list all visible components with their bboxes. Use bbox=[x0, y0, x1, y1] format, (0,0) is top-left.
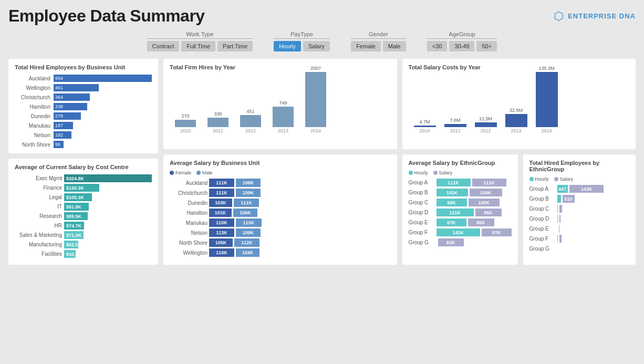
legend-salary: Salary bbox=[433, 170, 453, 175]
cost-row: IT $91.8K bbox=[15, 203, 152, 211]
page-title: Employee Data Summary bbox=[8, 6, 205, 26]
section-left: Total Hired Employees by Business Unit A… bbox=[8, 59, 158, 265]
hbar-track: 994 bbox=[54, 75, 152, 82]
avg-sal-bu-legend: Female Male bbox=[170, 170, 391, 175]
cost-label: Sales & Marketing bbox=[15, 232, 62, 238]
filter-agegroup-buttons: <30 30-49 50+ bbox=[427, 41, 497, 51]
cost-val: $74.7K bbox=[66, 223, 81, 228]
legend-salary2-label: Salary bbox=[560, 176, 574, 182]
cost-track: $130.3K bbox=[64, 184, 152, 192]
firm-hires-bar bbox=[175, 120, 196, 127]
hbar-label: Christchurch bbox=[15, 95, 50, 100]
card-hired-ethnic: Total Hired Employees by EthnicGroup Hou… bbox=[523, 154, 636, 265]
hired-bu-row: Auckland 994 bbox=[15, 75, 152, 82]
ethnic-sal-salary-bar: 100K bbox=[469, 199, 500, 206]
avg-sal-bu-male-bar: 108K bbox=[236, 179, 261, 187]
filter-btn-contract[interactable]: Contract bbox=[147, 41, 180, 51]
ethnic-sal-hourly-val: 99K bbox=[447, 200, 456, 205]
avg-sal-bu-label: Christchurch bbox=[170, 190, 207, 196]
filter-btn-under30[interactable]: <30 bbox=[427, 41, 448, 51]
avg-sal-bu-female-bar: 101K bbox=[209, 209, 232, 217]
cost-centre-chart: Exec Mgmt $324.8K Finance $130.3K Legal … bbox=[15, 174, 152, 258]
section-right-bot: Average Salary by EthnicGroup Hourly Sal… bbox=[402, 154, 636, 265]
hired-ethnic-row: Group A 447 1438 bbox=[529, 185, 630, 193]
hired-bu-title: Total Hired Employees by Business Unit bbox=[15, 64, 152, 70]
ethnic-sal-label: Group G bbox=[409, 240, 435, 245]
ethnic-sal-hourly-bar: 97K bbox=[437, 219, 466, 226]
hired-bu-chart: Auckland 994 Wellington 461 Christchurch… bbox=[15, 75, 152, 148]
ethnic-sal-salary-bar: 97K bbox=[482, 228, 512, 236]
hired-ethnic-row: Group B 510 bbox=[529, 195, 630, 203]
cost-val: $89.5K bbox=[66, 214, 81, 219]
filter-btn-fulltime[interactable]: Full Time bbox=[181, 41, 215, 51]
filter-btn-50plus[interactable]: 50+ bbox=[476, 41, 497, 51]
avg-sal-bu-title: Average Salary by Business Unit bbox=[170, 160, 391, 166]
hbar-fill: 182 bbox=[54, 131, 71, 139]
filter-btn-hourly[interactable]: Hourly bbox=[274, 41, 301, 51]
hbar-label: Dunedin bbox=[15, 113, 50, 119]
filter-btn-30-49[interactable]: 30-49 bbox=[449, 41, 474, 51]
filter-gender-buttons: Female Male bbox=[351, 41, 406, 51]
ethnic-hired-salary-bar bbox=[559, 225, 559, 233]
salary-costs-x-label: 2012 bbox=[480, 128, 491, 133]
hbar-track: 182 bbox=[54, 131, 152, 139]
hbar-val: 197 bbox=[55, 123, 63, 128]
hbar-label: Wellington bbox=[15, 85, 50, 91]
hired-bu-row: Manukau 197 bbox=[15, 122, 152, 129]
avg-sal-bu-male-bar: 115K bbox=[236, 219, 262, 227]
filter-worktype-buttons: Contract Full Time Part Time bbox=[147, 41, 253, 51]
hired-ethnic-row: Group C bbox=[529, 205, 630, 213]
salary-costs-bar bbox=[505, 114, 527, 127]
avg-sal-ethnic-row: Group A 111K 111K bbox=[409, 179, 512, 186]
hbar-label: Hamilton bbox=[15, 104, 50, 110]
legend-male: Male bbox=[196, 170, 213, 175]
salary-costs-x-label: 2010 bbox=[419, 128, 430, 133]
salary-costs-title: Total Salary Costs by Year bbox=[409, 64, 630, 70]
cost-track: $91.8K bbox=[64, 203, 152, 211]
cost-val: $91.8K bbox=[66, 204, 81, 210]
firm-hires-bar bbox=[207, 118, 228, 127]
avg-sal-bu-female-val: 113K bbox=[216, 230, 227, 235]
cost-fill: $74.7K bbox=[64, 222, 84, 230]
filter-btn-male[interactable]: Male bbox=[383, 41, 406, 51]
avg-sal-bu-female-val: 105K bbox=[215, 240, 227, 245]
hbar-fill: 278 bbox=[54, 112, 81, 120]
cost-centre-title: Average of Current Salary by Cost Centre bbox=[15, 164, 152, 170]
card-firm-hires: Total Firm Hires by Year 270 2010 335 20… bbox=[163, 59, 397, 149]
ethnic-hired-label: Group B bbox=[529, 196, 556, 202]
cost-fill: $324.8K bbox=[64, 174, 152, 182]
cost-label: IT bbox=[15, 204, 62, 210]
salary-costs-bar bbox=[414, 126, 436, 127]
cost-fill: $42.0K bbox=[64, 250, 76, 258]
firm-hires-top-label: 749 bbox=[279, 100, 287, 106]
avg-sal-bu-male-val: 112K bbox=[241, 240, 253, 245]
ethnic-sal-salary-bar: 86K bbox=[475, 209, 502, 216]
logo-plain: ENTERPRISE bbox=[568, 12, 619, 20]
ethnic-hired-salary-bar bbox=[559, 215, 560, 223]
avg-sal-bu-row: Auckland 111K 108K bbox=[170, 179, 391, 187]
firm-hires-col: 451 2012 bbox=[240, 109, 261, 133]
cost-label: Legal bbox=[15, 194, 62, 200]
salary-costs-bar bbox=[475, 122, 497, 127]
avg-sal-bu-row: Manukau 110K 115K bbox=[170, 219, 391, 227]
cost-val: $105.3K bbox=[66, 195, 84, 200]
salary-costs-top-label: 7.6M bbox=[450, 118, 460, 123]
filter-btn-female[interactable]: Female bbox=[351, 41, 381, 51]
ethnic-sal-salary-val: 97K bbox=[492, 230, 501, 235]
filter-btn-salary[interactable]: Salary bbox=[303, 41, 330, 51]
avg-sal-bu-female-val: 111K bbox=[216, 180, 227, 185]
avg-sal-ethnic-row: Group B 102K 106K bbox=[409, 189, 512, 196]
cost-label: Exec Mgmt bbox=[15, 175, 62, 181]
legend-female-label: Female bbox=[175, 170, 191, 175]
salary-costs-col: 7.6M 2011 bbox=[444, 118, 466, 133]
avg-sal-bu-label: Hamilton bbox=[170, 210, 207, 216]
cost-fill: $91.8K bbox=[64, 203, 89, 211]
avg-sal-bu-female-val: 111K bbox=[216, 190, 227, 195]
salary-costs-bar bbox=[444, 124, 466, 127]
filter-btn-parttime[interactable]: Part Time bbox=[217, 41, 253, 51]
avg-sal-bu-row: Nelson 113K 109K bbox=[170, 228, 391, 237]
hbar-val: 994 bbox=[55, 76, 63, 81]
ethnic-sal-salary-bar: 111K bbox=[472, 179, 506, 186]
avg-sal-ethnic-row: Group C 99K 100K bbox=[409, 199, 512, 206]
cost-row: Sales & Marketing $71.0K bbox=[15, 231, 152, 239]
